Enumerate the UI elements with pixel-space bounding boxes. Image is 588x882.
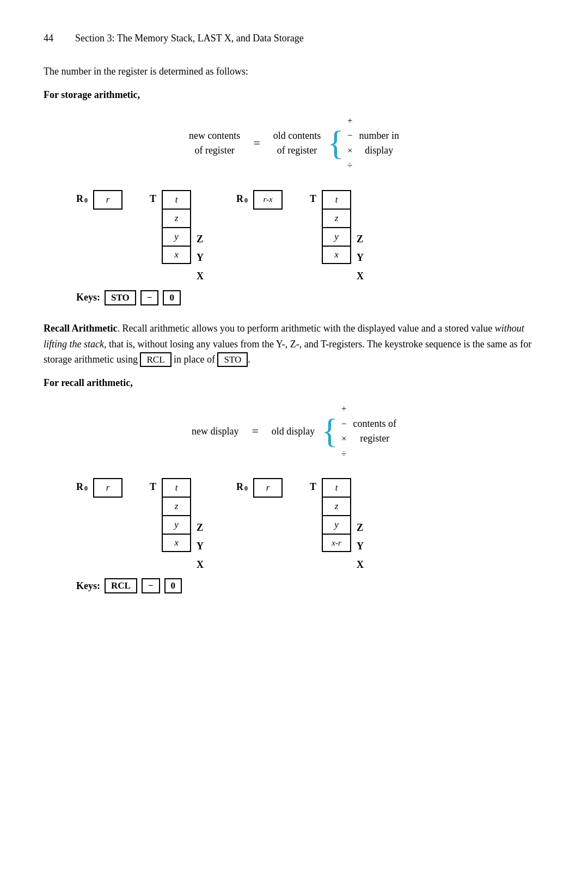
formula-left: new contents of register — [189, 128, 240, 158]
recall-op-plus: + — [341, 402, 347, 416]
r0-label-right: R0 — [236, 190, 248, 205]
storage-diagrams: R0 r T t z y x Z Y X R0 r-x T t z y x — [76, 190, 544, 286]
formula-eq: = — [253, 136, 260, 150]
recall-label: For recall arithmetic, — [44, 377, 544, 389]
key-rcl: RCL — [105, 578, 137, 593]
section-title: Section 3: The Memory Stack, LAST X, and… — [75, 33, 304, 44]
brace-group: { + − × ÷ — [327, 114, 352, 173]
cell-x-r: x — [322, 246, 351, 264]
recall-formula-eq: = — [252, 424, 258, 438]
keys-label-storage: Keys: — [76, 292, 100, 303]
recall-op-minus: − — [341, 417, 347, 431]
op-minus: − — [347, 128, 353, 143]
recall-cell-z-r: z — [322, 497, 351, 515]
stack-row-labels-right: Z Y X — [357, 190, 364, 286]
cell-y: y — [162, 227, 191, 246]
r0-label-left: R0 — [76, 190, 88, 205]
r0-value-right: r-x — [253, 190, 283, 210]
recall-formula-left: new display — [192, 424, 238, 439]
recall-para: Recall Arithmetic. Recall arithmetic all… — [44, 321, 544, 367]
recall-cell-t-r: t — [322, 478, 351, 497]
recall-diagrams: R0 r T t z y x Z Y X R0 r T t z y x-r — [76, 478, 544, 574]
cell-z-r: z — [322, 209, 351, 227]
stack-t-label-recall-left: T — [150, 478, 156, 493]
op-plus: + — [347, 114, 353, 128]
key-0-sto: 0 — [163, 290, 181, 305]
storage-keys-row: Keys: STO − 0 — [76, 290, 544, 305]
recall-cell-y: y — [162, 515, 191, 534]
recall-formula-mid: old display — [272, 424, 315, 439]
intro-text: The number in the register is determined… — [44, 64, 544, 79]
stack-row-labels-recall-left: Z Y X — [197, 478, 204, 574]
key-sto: STO — [105, 290, 136, 305]
key-minus-sto: − — [140, 290, 159, 305]
recall-op-times: × — [341, 432, 347, 446]
stack-cells-right: t z y x — [322, 190, 351, 264]
recall-brace-group: { + − × ÷ — [321, 402, 346, 461]
recall-cell-z: z — [162, 497, 191, 515]
recall-cell-t: t — [162, 478, 191, 497]
page-header: 44 Section 3: The Memory Stack, LAST X, … — [44, 33, 544, 44]
key-rcl-inline: RCL — [140, 352, 171, 367]
storage-label: For storage arithmetic, — [44, 89, 544, 101]
keys-label-recall: Keys: — [76, 580, 100, 592]
cell-t: t — [162, 190, 191, 209]
recall-ops-list: + − × ÷ — [341, 402, 347, 461]
recall-formula: new display = old display { + − × ÷ cont… — [44, 402, 544, 461]
recall-cell-x-r: x-r — [322, 534, 351, 552]
stack-t-label-left: T — [150, 190, 156, 205]
stack-cells-recall-right: t z y x-r — [322, 478, 351, 552]
stack-t-label-recall-right: T — [310, 478, 316, 493]
recall-cell-y-r: y — [322, 515, 351, 534]
r0-value-recall-right: r — [253, 478, 283, 498]
cell-x: x — [162, 246, 191, 264]
key-sto-inline: STO — [217, 352, 248, 367]
r0-value-recall-left: r — [93, 478, 122, 498]
recall-after: R0 r T t z y x-r Z Y X — [236, 478, 364, 574]
recall-cell-x: x — [162, 534, 191, 552]
cell-t-r: t — [322, 190, 351, 209]
page-number: 44 — [44, 33, 53, 44]
recall-title: Recall Arithmetic — [44, 323, 117, 334]
formula-mid: old contents of register — [273, 128, 321, 158]
stack-row-labels-left: Z Y X — [197, 190, 204, 286]
formula-right: number in display — [359, 128, 400, 158]
r0-label-recall-right: R0 — [236, 478, 248, 493]
stack-cells-left: t z y x — [162, 190, 191, 264]
stack-cells-recall-left: t z y x — [162, 478, 191, 552]
r0-label-recall-left: R0 — [76, 478, 88, 493]
recall-left-brace: { — [321, 414, 338, 449]
storage-after: R0 r-x T t z y x Z Y X — [236, 190, 364, 286]
recall-op-divide: ÷ — [341, 447, 347, 461]
r0-value-left: r — [93, 190, 122, 210]
key-minus-rcl: − — [142, 578, 160, 593]
op-divide: ÷ — [347, 158, 353, 173]
storage-before: R0 r T t z y x Z Y X — [76, 190, 204, 286]
recall-before: R0 r T t z y x Z Y X — [76, 478, 204, 574]
op-times: × — [347, 144, 353, 158]
stack-row-labels-recall-right: Z Y X — [357, 478, 364, 574]
recall-formula-right: contents of register — [353, 416, 396, 446]
stack-t-label-right: T — [310, 190, 316, 205]
ops-list: + − × ÷ — [347, 114, 353, 173]
cell-y-r: y — [322, 227, 351, 246]
left-brace: { — [327, 126, 344, 161]
recall-keys-row: Keys: RCL − 0 — [76, 578, 544, 593]
storage-formula: new contents of register = old contents … — [44, 114, 544, 173]
key-0-rcl: 0 — [164, 578, 182, 593]
cell-z: z — [162, 209, 191, 227]
